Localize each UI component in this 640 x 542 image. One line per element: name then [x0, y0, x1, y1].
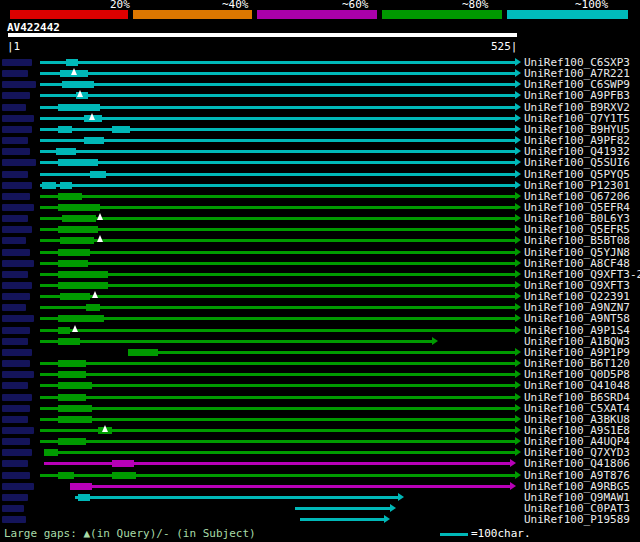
arrowhead-icon — [515, 103, 521, 111]
alignment-bar[interactable] — [40, 362, 515, 365]
alignment-bar[interactable] — [44, 451, 515, 454]
hit-label[interactable]: UniRef100_Q5SUI6 — [524, 157, 630, 168]
query-bar — [8, 33, 517, 37]
alignment-bar[interactable] — [40, 161, 515, 164]
alignment-bar[interactable] — [40, 440, 515, 443]
alignment-bar[interactable] — [295, 507, 390, 510]
score-text-illegible — [2, 349, 32, 356]
alignment-bar[interactable] — [40, 418, 515, 421]
alignment-bar[interactable] — [40, 317, 515, 320]
score-text-illegible — [2, 126, 32, 133]
alignment-bar[interactable] — [40, 239, 515, 242]
hit-label[interactable]: UniRef100_Q41048 — [524, 380, 630, 391]
alignment-block — [58, 371, 86, 378]
score-text-illegible — [2, 260, 34, 267]
alignment-bar[interactable] — [40, 284, 515, 287]
legend-segment-80 — [382, 10, 502, 19]
score-text-illegible — [2, 171, 28, 178]
score-text-illegible — [2, 215, 28, 222]
alignment-bar[interactable] — [40, 340, 432, 343]
arrowhead-icon — [515, 170, 521, 178]
arrowhead-icon — [515, 281, 521, 289]
arrowhead-icon — [398, 493, 404, 501]
alignment-bar[interactable] — [40, 396, 515, 399]
gap-triangle-icon — [92, 291, 98, 298]
arrowhead-icon — [515, 236, 521, 244]
alignment-block — [56, 148, 76, 155]
arrowhead-icon — [515, 58, 521, 66]
alignment-bar[interactable] — [70, 485, 510, 488]
alignment-block — [58, 327, 70, 334]
score-text-illegible — [2, 226, 32, 233]
alignment-block — [58, 126, 72, 133]
arrowhead-icon — [515, 69, 521, 77]
score-text-illegible — [2, 494, 28, 501]
score-text-illegible — [2, 59, 32, 66]
alignment-bar[interactable] — [40, 262, 515, 265]
score-text-illegible — [2, 427, 34, 434]
alignment-bar[interactable] — [40, 117, 515, 120]
arrowhead-icon — [515, 203, 521, 211]
ruler-start-label: |1 — [7, 40, 20, 53]
alignment-bar[interactable] — [40, 94, 515, 97]
alignment-bar[interactable] — [40, 61, 515, 64]
gap-triangle-icon — [77, 90, 83, 97]
alignment-block — [58, 193, 82, 200]
alignment-block — [86, 304, 100, 311]
score-text-illegible — [2, 92, 30, 99]
arrowhead-icon — [515, 114, 521, 122]
alignment-block — [58, 260, 88, 267]
arrowhead-icon — [515, 125, 521, 133]
alignment-block — [112, 126, 130, 133]
alignment-bar[interactable] — [128, 351, 515, 354]
alignment-bar[interactable] — [40, 150, 515, 153]
similarity-overview: 20%~40%~60%~80%~100% AV422442 |1 525| Un… — [0, 0, 640, 542]
alignment-bar[interactable] — [75, 496, 398, 499]
arrowhead-icon — [515, 381, 521, 389]
score-text-illegible — [2, 505, 24, 512]
alignment-bar[interactable] — [40, 273, 515, 276]
score-text-illegible — [2, 249, 30, 256]
alignment-bar[interactable] — [40, 295, 515, 298]
arrowhead-icon — [510, 459, 516, 467]
alignment-bar[interactable] — [40, 206, 515, 209]
hit-label[interactable]: UniRef100_Q41806 — [524, 458, 630, 469]
alignment-bar[interactable] — [40, 217, 515, 220]
hit-label[interactable]: UniRef100_P19589 — [524, 514, 630, 525]
hit-label[interactable]: UniRef100_B5BT08 — [524, 235, 630, 246]
arrowhead-icon — [515, 437, 521, 445]
alignment-bar[interactable] — [40, 72, 515, 75]
alignment-bar[interactable] — [40, 384, 515, 387]
hit-label[interactable]: UniRef100_A9NT58 — [524, 313, 630, 324]
alignment-bar[interactable] — [40, 407, 515, 410]
alignment-block — [58, 104, 100, 111]
legend-label: ~60% — [342, 0, 369, 10]
alignment-bar[interactable] — [40, 139, 515, 142]
alignment-block — [58, 271, 108, 278]
alignment-bar[interactable] — [40, 306, 515, 309]
alignment-bar[interactable] — [40, 228, 515, 231]
alignment-bar[interactable] — [40, 83, 515, 86]
score-text-illegible — [2, 115, 34, 122]
score-text-illegible — [2, 81, 36, 88]
arrowhead-icon — [515, 248, 521, 256]
alignment-bar[interactable] — [40, 173, 515, 176]
hit-row: UniRef100_Q41048 — [0, 380, 640, 391]
alignment-bar[interactable] — [40, 251, 515, 254]
alignment-bar[interactable] — [40, 106, 515, 109]
score-text-illegible — [2, 271, 28, 278]
arrowhead-icon — [384, 515, 390, 523]
alignment-bar[interactable] — [40, 184, 515, 187]
alignment-bar[interactable] — [40, 373, 515, 376]
alignment-bar[interactable] — [40, 329, 515, 332]
arrowhead-icon — [515, 415, 521, 423]
arrowhead-icon — [515, 448, 521, 456]
alignment-block — [58, 394, 86, 401]
alignment-bar[interactable] — [300, 518, 384, 521]
alignment-bar[interactable] — [40, 195, 515, 198]
hit-label[interactable]: UniRef100_A9PFB3 — [524, 90, 630, 101]
alignment-block — [62, 81, 94, 88]
score-text-illegible — [2, 449, 32, 456]
alignment-block — [70, 483, 92, 490]
arrowhead-icon — [515, 91, 521, 99]
